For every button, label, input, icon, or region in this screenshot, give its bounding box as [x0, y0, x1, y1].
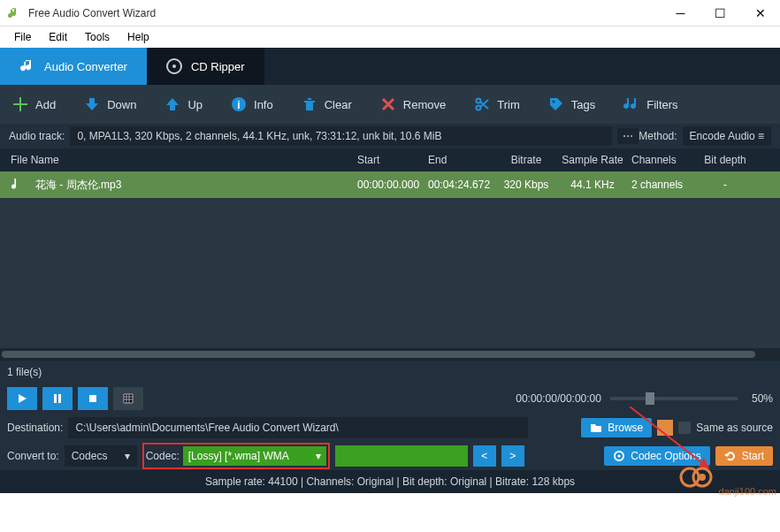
arrow-up-icon — [164, 96, 180, 112]
same-as-source-label: Same as source — [696, 422, 773, 434]
chevron-down-icon: ▾ — [316, 450, 321, 462]
button-label: Filters — [646, 98, 677, 111]
orange-indicator — [657, 420, 673, 436]
method-dropdown[interactable]: Encode Audio ≡ — [683, 126, 771, 146]
codec-options-button[interactable]: Codec Options — [604, 446, 709, 466]
cell-start: 00:00:00.000 — [354, 179, 424, 191]
pause-button[interactable] — [42, 387, 73, 410]
codecs-dropdown[interactable]: Codecs ▾ — [65, 445, 137, 467]
tab-label: Audio Converter — [44, 60, 127, 73]
toolbar: Add Down Up i Info Clear Remove Trim Tag… — [0, 85, 780, 124]
audio-track-more-button[interactable]: ⋯ — [617, 128, 639, 144]
stop-button[interactable] — [78, 387, 108, 410]
file-count: 1 file(s) — [0, 361, 780, 384]
browse-button[interactable]: Browse — [581, 418, 652, 437]
minimize-button[interactable]: ─ — [661, 0, 700, 27]
maximize-button[interactable]: ☐ — [700, 0, 740, 27]
horizontal-scrollbar[interactable] — [0, 348, 780, 361]
music-note-icon — [11, 178, 25, 192]
button-label: Remove — [403, 98, 446, 111]
menu-file[interactable]: File — [5, 31, 40, 43]
info-icon: i — [231, 96, 247, 112]
tab-cd-ripper[interactable]: CD Ripper — [147, 48, 264, 85]
play-button[interactable] — [7, 387, 37, 410]
tab-label: CD Ripper — [191, 60, 245, 73]
col-bitrate[interactable]: Bitrate — [495, 154, 557, 166]
gear-icon — [613, 450, 625, 462]
convert-to-label: Convert to: — [7, 450, 59, 462]
status-bar: Sample rate: 44100 | Channels: Original … — [0, 470, 780, 493]
position-slider[interactable] — [610, 397, 738, 400]
tab-audio-converter[interactable]: Audio Converter — [0, 48, 147, 85]
clear-button[interactable]: Clear — [302, 96, 352, 112]
tabs: Audio Converter CD Ripper — [0, 48, 780, 85]
col-channels[interactable]: Channels — [628, 154, 699, 166]
grid-button[interactable] — [113, 387, 143, 410]
app-icon — [7, 6, 21, 20]
audio-track-value[interactable]: 0, MPA1L3, 320 Kbps, 2 channels, 44.1 KH… — [70, 126, 612, 146]
codec-combo[interactable]: [Lossy] [*.wma] WMA ▾ — [183, 446, 326, 466]
grid-icon — [123, 393, 134, 404]
tags-button[interactable]: Tags — [548, 96, 595, 112]
next-codec-button[interactable]: > — [501, 445, 524, 467]
menu-edit[interactable]: Edit — [40, 31, 76, 43]
titlebar: Free Audio Convert Wizard ─ ☐ ✕ — [0, 0, 780, 27]
refresh-icon — [724, 450, 737, 462]
start-button[interactable]: Start — [715, 446, 773, 466]
close-button[interactable]: ✕ — [740, 0, 780, 27]
prev-codec-button[interactable]: < — [473, 445, 496, 467]
filters-button[interactable]: Filters — [623, 96, 677, 112]
stop-icon — [88, 393, 98, 404]
col-start[interactable]: Start — [354, 154, 424, 166]
cell-channels: 2 channels — [628, 179, 699, 191]
tag-icon — [548, 96, 564, 112]
button-label: Add — [35, 98, 56, 111]
watermark-logo — [679, 465, 715, 490]
cell-bitdepth: - — [699, 179, 752, 191]
col-bitdepth[interactable]: Bit depth — [699, 154, 752, 166]
add-button[interactable]: Add — [12, 96, 56, 112]
svg-point-9 — [618, 455, 621, 458]
col-end[interactable]: End — [424, 154, 495, 166]
destination-path[interactable]: C:\Users\admin\Documents\Free Audio Conv… — [68, 417, 528, 438]
svg-rect-7 — [89, 395, 96, 402]
info-button[interactable]: i Info — [231, 96, 273, 112]
menu-tools[interactable]: Tools — [76, 31, 119, 43]
up-button[interactable]: Up — [164, 96, 203, 112]
col-filename[interactable]: File Name — [9, 154, 354, 166]
svg-point-6 — [552, 101, 554, 103]
button-label: Down — [107, 98, 136, 111]
button-label: Info — [254, 98, 273, 111]
watermark-text: danji100.com — [719, 486, 776, 497]
same-as-source-checkbox[interactable] — [678, 422, 691, 434]
chevron-down-icon: ▾ — [125, 450, 130, 462]
remove-button[interactable]: Remove — [380, 96, 446, 112]
lines-icon: ≡ — [758, 130, 764, 142]
play-icon — [17, 393, 27, 404]
codec-label: Codec: — [146, 450, 180, 462]
trash-icon — [302, 96, 317, 112]
audio-track-info: Audio track: 0, MPA1L3, 320 Kbps, 2 chan… — [0, 124, 780, 148]
svg-point-14 — [699, 474, 706, 481]
table-row[interactable]: 花海 - 周杰伦.mp3 00:00:00.000 00:04:24.672 3… — [0, 171, 780, 198]
cell-end: 00:04:24.672 — [424, 179, 495, 191]
scroll-thumb[interactable] — [2, 351, 755, 358]
x-icon — [380, 96, 396, 112]
plus-icon — [12, 96, 28, 112]
percent-display: 50% — [752, 392, 773, 405]
codec-highlighted-box: Codec: [Lossy] [*.wma] WMA ▾ — [142, 443, 330, 469]
button-label: Trim — [497, 98, 520, 111]
button-label: Clear — [325, 98, 352, 111]
svg-text:i: i — [237, 99, 240, 111]
down-button[interactable]: Down — [84, 96, 136, 112]
disc-icon — [166, 58, 182, 74]
button-label: Browse — [608, 422, 643, 434]
convert-row: Convert to: Codecs ▾ Codec: [Lossy] [*.w… — [0, 442, 780, 470]
button-label: Up — [187, 98, 203, 111]
col-samplerate[interactable]: Sample Rate — [557, 154, 628, 166]
slider-thumb[interactable] — [646, 392, 654, 405]
cell-bitrate: 320 Kbps — [495, 179, 557, 191]
trim-button[interactable]: Trim — [474, 96, 520, 112]
menu-help[interactable]: Help — [119, 31, 158, 43]
arrow-down-icon — [84, 96, 100, 112]
